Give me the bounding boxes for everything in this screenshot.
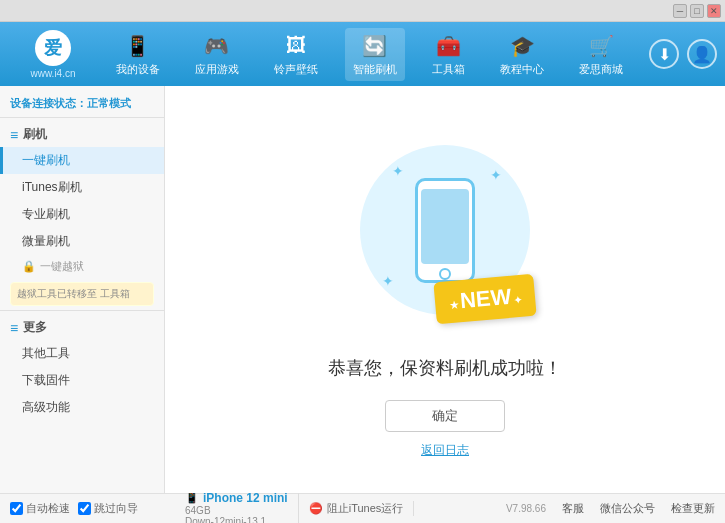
nav-tutorial[interactable]: 🎓 教程中心 <box>492 28 552 81</box>
device-info: 📱 iPhone 12 mini 64GB Down-12mini-13.1 <box>175 491 299 524</box>
bottom-bar: 自动检速 跳过向导 📱 iPhone 12 mini 64GB Down-12m… <box>0 493 725 523</box>
sidebar-item-pro[interactable]: 专业刷机 <box>0 201 164 228</box>
status-label: 设备连接状态： <box>10 97 87 109</box>
skip-wizard-input[interactable] <box>78 502 91 515</box>
nav-wallpaper-label: 铃声壁纸 <box>274 62 318 77</box>
success-illustration: ✦ ✦ ✦ NEW <box>345 120 545 340</box>
nav-tutorial-label: 教程中心 <box>500 62 544 77</box>
minimize-btn[interactable]: ─ <box>673 4 687 18</box>
sidebar-item-micro[interactable]: 微量刷机 <box>0 228 164 255</box>
check-update-link[interactable]: 检查更新 <box>671 501 715 516</box>
group-flash-label: 刷机 <box>23 126 47 143</box>
content-area: ✦ ✦ ✦ NEW 恭喜您，保资料刷机成功啦！ 确定 返回日志 <box>165 86 725 493</box>
sidebar-item-advanced[interactable]: 高级功能 <box>0 394 164 421</box>
logo-icon: 爱 <box>35 30 71 66</box>
nav-device-label: 我的设备 <box>116 62 160 77</box>
return-log-link[interactable]: 返回日志 <box>421 442 469 459</box>
nav-smart-label: 智能刷机 <box>353 62 397 77</box>
status-value: 正常模式 <box>87 97 131 109</box>
header: 爱 www.i4.cn 📱 我的设备 🎮 应用游戏 🖼 铃声壁纸 🔄 智能刷机 … <box>0 22 725 86</box>
main-area: 设备连接状态：正常模式 ≡ 刷机 一键刷机 iTunes刷机 专业刷机 微量刷机… <box>0 86 725 493</box>
bottom-left: 自动检速 跳过向导 <box>10 501 175 516</box>
stop-itunes-label: 阻止iTunes运行 <box>327 501 404 516</box>
flash-group-icon: ≡ <box>10 127 18 143</box>
phone-screen <box>421 189 469 264</box>
sidebar-item-other[interactable]: 其他工具 <box>0 340 164 367</box>
wallpaper-icon: 🖼 <box>282 32 310 60</box>
new-badge: NEW <box>433 274 537 325</box>
title-bar: ─ □ ✕ <box>0 0 725 22</box>
sidebar: 设备连接状态：正常模式 ≡ 刷机 一键刷机 iTunes刷机 专业刷机 微量刷机… <box>0 86 165 493</box>
version-label: V7.98.66 <box>506 503 546 514</box>
nav-tools-label: 工具箱 <box>432 62 465 77</box>
nav-apps-label: 应用游戏 <box>195 62 239 77</box>
sidebar-item-download-fw[interactable]: 下载固件 <box>0 367 164 394</box>
itunes-notice: ⛔ 阻止iTunes运行 <box>299 501 415 516</box>
phone-home-btn <box>439 268 451 280</box>
sidebar-item-onekey[interactable]: 一键刷机 <box>0 147 164 174</box>
nav-smart[interactable]: 🔄 智能刷机 <box>345 28 405 81</box>
jailbreak-note: 越狱工具已转移至 工具箱 <box>10 282 154 306</box>
group-flash: ≡ 刷机 <box>0 122 164 147</box>
jailbreak-label: 一键越狱 <box>40 259 84 274</box>
bottom-right: V7.98.66 客服 微信公众号 检查更新 <box>414 501 715 516</box>
device-model: Down-12mini-13.1 <box>185 516 288 524</box>
tutorial-icon: 🎓 <box>508 32 536 60</box>
auto-connect-checkbox[interactable]: 自动检速 <box>10 501 70 516</box>
success-message: 恭喜您，保资料刷机成功啦！ <box>328 356 562 380</box>
nav-bar: 📱 我的设备 🎮 应用游戏 🖼 铃声壁纸 🔄 智能刷机 🧰 工具箱 🎓 教程中心… <box>98 28 641 81</box>
group-more-label: 更多 <box>23 319 47 336</box>
store-icon: 🛒 <box>587 32 615 60</box>
more-group-icon: ≡ <box>10 320 18 336</box>
header-right: ⬇ 👤 <box>649 39 717 69</box>
device-icon: 📱 <box>124 32 152 60</box>
maximize-btn[interactable]: □ <box>690 4 704 18</box>
nav-store[interactable]: 🛒 爱思商城 <box>571 28 631 81</box>
user-btn[interactable]: 👤 <box>687 39 717 69</box>
nav-apps[interactable]: 🎮 应用游戏 <box>187 28 247 81</box>
support-link[interactable]: 客服 <box>562 501 584 516</box>
connection-status: 设备连接状态：正常模式 <box>0 92 164 118</box>
smart-icon: 🔄 <box>361 32 389 60</box>
sidebar-item-jailbreak: 🔒 一键越狱 <box>0 255 164 278</box>
logo-url: www.i4.cn <box>30 68 75 79</box>
sidebar-item-itunes[interactable]: iTunes刷机 <box>0 174 164 201</box>
tools-icon: 🧰 <box>435 32 463 60</box>
phone-shape <box>415 178 475 283</box>
close-btn[interactable]: ✕ <box>707 4 721 18</box>
sparkle-1: ✦ <box>392 163 404 179</box>
skip-wizard-checkbox[interactable]: 跳过向导 <box>78 501 138 516</box>
sparkle-3: ✦ <box>382 273 394 289</box>
skip-wizard-label: 跳过向导 <box>94 501 138 516</box>
nav-store-label: 爱思商城 <box>579 62 623 77</box>
auto-connect-label: 自动检速 <box>26 501 70 516</box>
sidebar-divider <box>0 310 164 311</box>
nav-tools[interactable]: 🧰 工具箱 <box>424 28 473 81</box>
confirm-button[interactable]: 确定 <box>385 400 505 432</box>
device-storage: 64GB <box>185 505 288 516</box>
download-btn[interactable]: ⬇ <box>649 39 679 69</box>
wechat-link[interactable]: 微信公众号 <box>600 501 655 516</box>
apps-icon: 🎮 <box>203 32 231 60</box>
nav-wallpaper[interactable]: 🖼 铃声壁纸 <box>266 28 326 81</box>
logo-area: 爱 www.i4.cn <box>8 30 98 79</box>
auto-connect-input[interactable] <box>10 502 23 515</box>
sparkle-2: ✦ <box>490 167 502 183</box>
stop-itunes-icon: ⛔ <box>309 502 323 515</box>
group-more: ≡ 更多 <box>0 315 164 340</box>
nav-device[interactable]: 📱 我的设备 <box>108 28 168 81</box>
